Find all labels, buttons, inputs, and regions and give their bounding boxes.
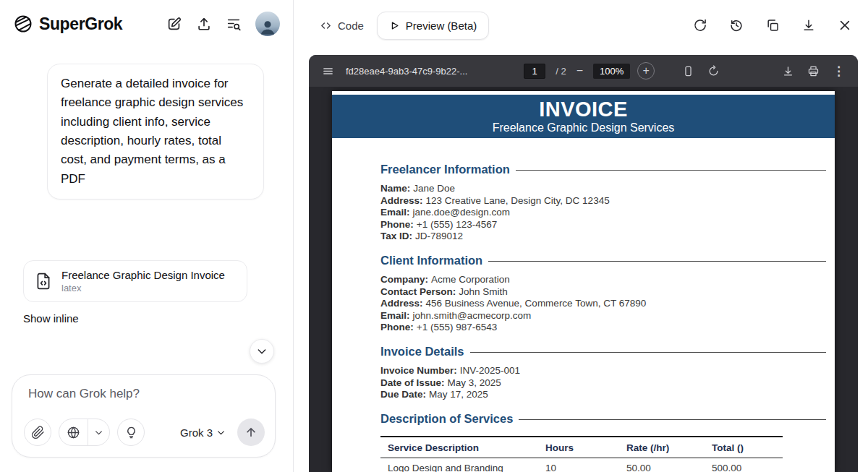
field-row: Phone:+1 (555) 123-4567: [380, 219, 826, 231]
history-button[interactable]: [729, 18, 744, 33]
file-card-subtitle: latex: [61, 282, 225, 294]
field-row: Email:john.smith@acmecorp.com: [380, 310, 826, 322]
code-file-icon: [34, 272, 53, 291]
invoice-subtitle: Freelance Graphic Design Services: [493, 121, 675, 135]
history-icon: [729, 18, 744, 33]
field-value: Acme Corporation: [431, 274, 510, 285]
rotate-icon: [707, 65, 720, 77]
table-cell: 50.00: [626, 463, 712, 472]
printer-icon: [807, 65, 820, 77]
tab-code[interactable]: Code: [311, 12, 373, 39]
new-chat-button[interactable]: [166, 16, 182, 32]
section-heading-text: Freelancer Information: [380, 163, 510, 176]
zoom-out-button[interactable]: −: [574, 64, 586, 78]
section-fields: Name:Jane Doe Address:123 Creative Lane,…: [380, 183, 826, 243]
field-row: Name:Jane Doe: [380, 183, 826, 195]
model-selector[interactable]: Grok 3: [176, 424, 230, 442]
zoom-in-button[interactable]: +: [637, 62, 655, 80]
file-attachment-card[interactable]: Freelance Graphic Design Invoice latex: [23, 260, 247, 302]
heading-rule: [470, 352, 826, 353]
preview-actions: [693, 18, 852, 33]
app: SuperGrok: [0, 0, 868, 472]
chevron-down-icon: [216, 428, 226, 437]
invoice-body: Freelancer Information Name:Jane Doe Add…: [332, 138, 835, 472]
person-icon: [258, 17, 277, 36]
sidebar-toggle-button[interactable]: [319, 62, 337, 80]
pdf-canvas[interactable]: INVOICE Freelance Graphic Design Service…: [309, 87, 858, 472]
table-cell: Logo Design and Branding: [380, 463, 545, 472]
download-button[interactable]: [801, 18, 816, 33]
pdf-toolbar: fd28eae4-9ab3-47c9-9b22-... / 2 − 100% +: [309, 55, 858, 87]
close-icon: [838, 18, 852, 33]
field-value: John Smith: [459, 286, 508, 297]
tab-code-label: Code: [338, 20, 364, 32]
brand: SuperGrok: [13, 14, 122, 34]
field-value: May 3, 2025: [448, 377, 501, 388]
composer: Grok 3: [12, 374, 276, 458]
section-heading-client: Client Information: [380, 254, 826, 267]
fit-page-button[interactable]: [679, 62, 697, 80]
download-icon: [782, 65, 794, 77]
field-label: Tax ID:: [380, 231, 412, 241]
table-cell: 500.00: [712, 463, 783, 472]
pdf-filename: fd28eae4-9ab3-47c9-9b22-...: [346, 66, 467, 77]
pdf-print-button[interactable]: [804, 62, 822, 80]
rotate-button[interactable]: [705, 62, 723, 80]
column-header: Service Description: [380, 442, 545, 453]
refresh-button[interactable]: [693, 18, 707, 33]
column-header: Rate (/hr): [626, 442, 712, 453]
copy-button[interactable]: [765, 18, 780, 33]
scroll-to-bottom-button[interactable]: [250, 339, 274, 364]
preview-header: Code Preview (Beta): [294, 0, 868, 55]
section-fields: Company:Acme Corporation Contact Person:…: [380, 274, 826, 334]
search-list-icon: [226, 16, 242, 32]
tab-preview[interactable]: Preview (Beta): [377, 12, 489, 40]
field-label: Address:: [380, 298, 423, 309]
composer-controls: Grok 3: [24, 419, 265, 446]
user-avatar[interactable]: [255, 12, 280, 36]
think-button[interactable]: [117, 419, 145, 446]
field-label: Phone:: [380, 219, 414, 230]
send-button[interactable]: [237, 419, 265, 446]
services-table-header: Service Description Hours Rate (/hr) Tot…: [380, 437, 783, 458]
page-number-input[interactable]: [524, 64, 545, 79]
invoice-page: INVOICE Freelance Graphic Design Service…: [332, 91, 835, 472]
pdf-download-button[interactable]: [779, 62, 797, 80]
field-row: Company:Acme Corporation: [380, 274, 826, 286]
field-label: Due Date:: [380, 389, 426, 400]
show-inline-link[interactable]: Show inline: [23, 312, 79, 325]
deepsearch-options-button[interactable]: [88, 419, 109, 445]
pdf-more-button[interactable]: ⋮: [830, 61, 848, 82]
heading-rule: [488, 261, 826, 262]
compose-icon: [166, 16, 182, 32]
deepsearch-button[interactable]: [59, 419, 88, 445]
chat-input[interactable]: [24, 385, 265, 411]
section-heading-services: Description of Services: [380, 412, 826, 426]
file-card-text: Freelance Graphic Design Invoice latex: [61, 268, 225, 294]
upload-button[interactable]: [196, 16, 212, 32]
hamburger-icon: [322, 65, 334, 77]
section-heading-text: Invoice Details: [380, 345, 464, 359]
search-chats-button[interactable]: [226, 16, 242, 32]
field-value: +1 (555) 123-4567: [417, 219, 497, 230]
play-icon: [389, 20, 400, 31]
field-row: Address:123 Creative Lane, Design City, …: [380, 195, 826, 207]
brand-label: SuperGrok: [39, 14, 122, 34]
column-header: Total (): [712, 442, 783, 453]
field-row: Address:456 Business Avenue, Commerce To…: [380, 298, 826, 310]
section-fields: Invoice Number:INV-2025-001 Date of Issu…: [380, 365, 826, 401]
field-row: Due Date:May 17, 2025: [380, 389, 826, 401]
download-icon: [801, 18, 816, 33]
lightbulb-icon: [124, 426, 138, 439]
section-heading-invoice-details: Invoice Details: [380, 345, 826, 359]
field-label: Invoice Number:: [380, 365, 457, 376]
grok-logo-icon: [13, 14, 33, 34]
attach-button[interactable]: [24, 419, 51, 446]
page-fit-icon: [682, 65, 694, 77]
model-label: Grok 3: [180, 426, 213, 439]
field-label: Email:: [380, 207, 410, 218]
chat-header: SuperGrok: [0, 0, 293, 42]
arrow-up-icon: [244, 426, 258, 439]
close-button[interactable]: [838, 18, 852, 33]
table-row: Logo Design and Branding 10 50.00 500.00: [380, 458, 783, 472]
